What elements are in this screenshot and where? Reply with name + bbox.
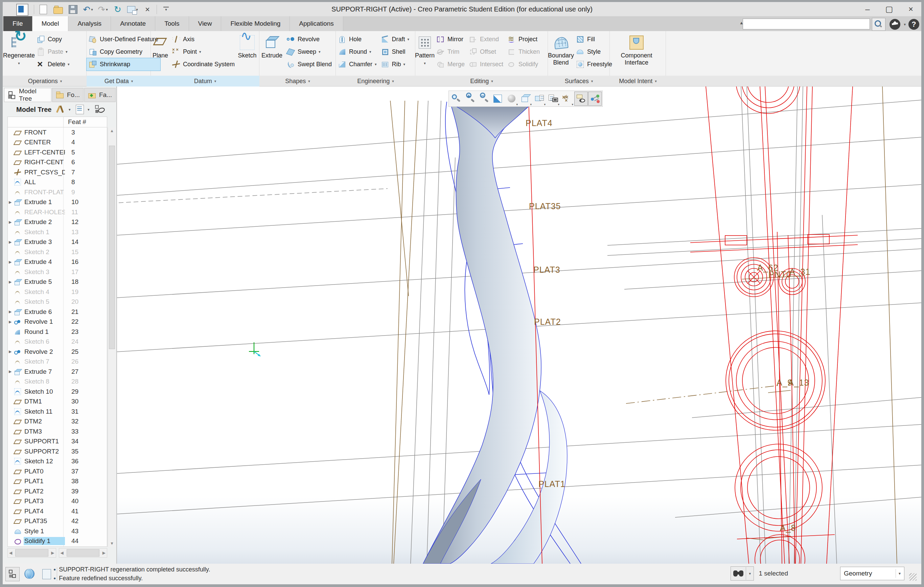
expand-arrow-icon[interactable]: ▶ — [8, 320, 14, 324]
intersect-button[interactable]: Intersect — [467, 58, 505, 71]
selection-filter-dropdown[interactable]: Geometry ▾ — [840, 567, 904, 580]
scroll-left-arrow[interactable]: ◀ — [9, 551, 12, 555]
tab-flexible-modeling[interactable]: Flexible Modeling — [221, 16, 290, 31]
shell-button[interactable]: Shell — [379, 46, 412, 58]
sweep-button[interactable]: Sweep▾ — [284, 46, 334, 58]
copy-geometry-button[interactable]: Copy Geometry — [87, 46, 160, 58]
tree-row-round-1[interactable]: Round 123 — [8, 327, 107, 337]
command-search-input[interactable] — [743, 18, 870, 30]
tree-row-prt-csys-d[interactable]: PRT_CSYS_D7 — [8, 167, 107, 178]
expand-arrow-icon[interactable]: ▶ — [8, 200, 14, 204]
tree-row-sketch-1[interactable]: Sketch 113 — [8, 227, 107, 237]
tree-settings-button[interactable]: ▾ — [56, 104, 66, 115]
tree-row-sketch-10[interactable]: Sketch 1029 — [8, 386, 107, 397]
paste-button[interactable]: Paste▾ — [35, 46, 72, 58]
tab-analysis[interactable]: Analysis — [68, 16, 111, 31]
find-tool[interactable]: ▾ — [731, 566, 754, 580]
tree-row-plat35[interactable]: PLAT3542 — [8, 516, 107, 526]
chevron-down-icon[interactable]: ▾ — [746, 567, 754, 580]
boundary-blend-button[interactable]: Boundary Blend — [548, 33, 574, 76]
tree-row-sketch-7[interactable]: Sketch 726 — [8, 357, 107, 367]
scroll-down-arrow[interactable]: ▼ — [108, 541, 116, 546]
swept-blend-button[interactable]: Swept Blend — [284, 58, 334, 71]
scroll-right-arrow[interactable]: ▶ — [51, 551, 54, 555]
close-button[interactable]: × — [906, 4, 916, 14]
tree-row-sketch-2[interactable]: Sketch 215 — [8, 247, 107, 257]
fill-button[interactable]: Fill — [574, 33, 614, 46]
tab-applications[interactable]: Applications — [290, 16, 343, 31]
round-button[interactable]: Round▾ — [336, 46, 379, 58]
tree-row-plat4[interactable]: PLAT441 — [8, 506, 107, 516]
panel-tab-fo[interactable]: Fo... — [52, 88, 84, 102]
name-column-scrollbar[interactable]: ◀ ▶ — [7, 548, 56, 557]
coordinate-system-button[interactable]: Coordinate System — [170, 58, 237, 71]
extend-button[interactable]: Extend — [467, 33, 505, 46]
tree-row-dtm3[interactable]: DTM333 — [8, 426, 107, 437]
repaint-button[interactable] — [492, 92, 504, 105]
style-button[interactable]: Style — [574, 46, 614, 58]
tree-row-support1[interactable]: SUPPORT134 — [8, 437, 107, 447]
tree-row-center[interactable]: CENTER4 — [8, 138, 107, 148]
search-button[interactable] — [872, 18, 886, 31]
zoom-out-button[interactable] — [478, 92, 490, 105]
expand-arrow-icon[interactable]: ▶ — [8, 260, 14, 264]
tree-row-right-cent[interactable]: RIGHT-CENT6 — [8, 158, 107, 168]
scrollbar-thumb[interactable] — [15, 549, 48, 557]
scrollbar-thumb[interactable] — [109, 146, 115, 349]
message-log-button[interactable] — [40, 567, 53, 581]
tab-view[interactable]: View — [189, 16, 221, 31]
redo-button[interactable]: ↷▾ — [97, 4, 109, 15]
pattern-button[interactable]: Pattern▾ — [415, 33, 434, 76]
scroll-left-arrow[interactable]: ◀ — [61, 551, 64, 555]
datum-display-button[interactable]: ▾ — [561, 92, 574, 105]
minimize-button[interactable]: – — [863, 4, 873, 14]
tree-row-support2[interactable]: SUPPORT235 — [8, 446, 107, 457]
tab-annotate[interactable]: Annotate — [111, 16, 155, 31]
regenerate-button[interactable]: Regenerate▾ — [3, 33, 35, 76]
group-label-surfaces[interactable]: Surfaces▾ — [548, 76, 610, 87]
freestyle-button[interactable]: Freestyle — [574, 58, 614, 71]
sketch-button[interactable]: Sketch — [237, 33, 258, 76]
feat-column-scrollbar[interactable]: ◀ ▶ — [59, 548, 107, 557]
plane-button[interactable]: Plane — [151, 33, 170, 76]
group-label-model-intent[interactable]: Model Intent▾ — [610, 76, 666, 87]
close-window-button[interactable]: × — [142, 4, 153, 15]
tree-row-sketch-3[interactable]: Sketch 317 — [8, 267, 107, 277]
tree-row-front-plat[interactable]: FRONT-PLAT9 — [8, 187, 107, 197]
shrinkwrap-button[interactable]: Shrinkwrap — [87, 58, 160, 71]
tree-display-button[interactable] — [95, 104, 105, 115]
refit-button[interactable] — [450, 92, 463, 105]
expand-arrow-icon[interactable]: ▶ — [8, 280, 14, 284]
group-label-get-data[interactable]: Get Data▾ — [87, 76, 151, 87]
tree-row-sketch-5[interactable]: Sketch 520 — [8, 297, 107, 307]
tree-row-revolve-2[interactable]: ▶Revolve 225 — [8, 347, 107, 357]
group-label-operations[interactable]: Operations▾ — [3, 76, 87, 87]
tree-vertical-scrollbar[interactable]: ▲ ▼ — [107, 127, 116, 547]
project-button[interactable]: Project — [505, 33, 542, 46]
mirror-button[interactable]: Mirror — [434, 33, 467, 46]
resize-grip[interactable] — [909, 573, 917, 580]
view-manager-button[interactable]: ▾ — [547, 92, 560, 105]
merge-button[interactable]: Merge — [434, 58, 467, 71]
tree-row-revolve-1[interactable]: ▶Revolve 122 — [8, 317, 107, 327]
tree-row-style-1[interactable]: Style 143 — [8, 526, 107, 536]
group-label-editing[interactable]: Editing▾ — [415, 76, 548, 87]
chevron-down-icon[interactable]: ▾ — [904, 22, 906, 27]
help-button[interactable]: ? — [908, 19, 919, 30]
expand-arrow-icon[interactable]: ▶ — [8, 240, 14, 244]
tree-row-extrude-1[interactable]: ▶Extrude 110 — [8, 197, 107, 207]
revolve-button[interactable]: Revolve — [284, 33, 334, 46]
undo-button[interactable]: ↶▾ — [82, 4, 94, 15]
tree-row-plat0[interactable]: PLAT037 — [8, 466, 107, 477]
tree-row-all[interactable]: ALL8 — [8, 178, 107, 187]
draft-button[interactable]: Draft▾ — [379, 33, 412, 46]
tab-model[interactable]: Model — [33, 16, 69, 31]
tree-row-extrude-7[interactable]: ▶Extrude 727 — [8, 367, 107, 377]
scroll-right-arrow[interactable]: ▶ — [102, 551, 106, 555]
tree-row-extrude-5[interactable]: ▶Extrude 518 — [8, 277, 107, 287]
education-badge-icon[interactable] — [889, 19, 900, 30]
tree-row-extrude-3[interactable]: ▶Extrude 314 — [8, 237, 107, 247]
collapse-ribbon-button[interactable]: ▴ — [740, 20, 743, 26]
tree-row-plat3[interactable]: PLAT340 — [8, 497, 107, 506]
tree-row-extrude-6[interactable]: ▶Extrude 621 — [8, 307, 107, 317]
